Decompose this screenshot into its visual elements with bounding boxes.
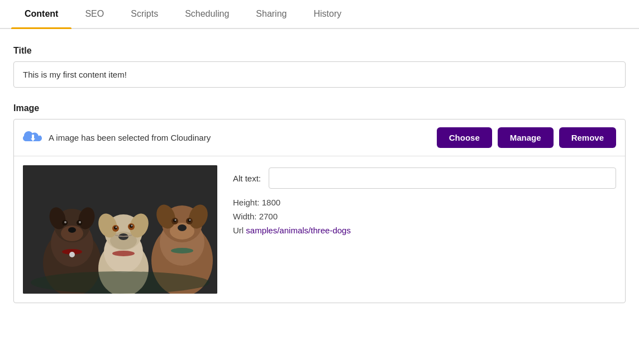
image-label: Image xyxy=(13,103,626,113)
manage-button[interactable]: Manage xyxy=(498,127,554,148)
svg-point-28 xyxy=(131,225,133,227)
tab-seo[interactable]: SEO xyxy=(71,0,117,28)
height-row: Height: 1800 xyxy=(233,198,616,207)
url-row: Url samples/animals/three-dogs xyxy=(233,226,616,235)
tab-history[interactable]: History xyxy=(300,0,355,28)
svg-point-42 xyxy=(189,219,191,221)
svg-point-14 xyxy=(68,227,76,233)
url-label: Url xyxy=(233,226,244,235)
title-input[interactable] xyxy=(13,61,626,88)
tab-content[interactable]: Content xyxy=(11,0,71,28)
svg-point-12 xyxy=(64,221,66,223)
image-action-buttons: Choose Manage Remove xyxy=(437,127,616,148)
alt-text-input[interactable] xyxy=(269,167,616,189)
svg-point-30 xyxy=(112,251,135,256)
cloudinary-message: A image has been selected from Cloudinar… xyxy=(49,133,211,142)
svg-point-44 xyxy=(171,248,193,253)
svg-point-45 xyxy=(31,271,209,294)
svg-point-16 xyxy=(69,252,75,257)
image-header-left: A image has been selected from Cloudinar… xyxy=(23,130,211,146)
svg-rect-2 xyxy=(29,142,37,144)
svg-point-27 xyxy=(116,227,117,228)
tab-bar: Content SEO Scripts Scheduling Sharing H… xyxy=(0,0,639,29)
tab-scripts[interactable]: Scripts xyxy=(117,0,171,28)
image-body: Alt text: Height: 1800 Width: 2700 Url s… xyxy=(14,156,625,303)
width-row: Width: 2700 xyxy=(233,212,616,221)
svg-point-41 xyxy=(175,219,177,221)
tab-sharing[interactable]: Sharing xyxy=(242,0,300,28)
image-details: Alt text: Height: 1800 Width: 2700 Url s… xyxy=(233,165,616,235)
alt-text-row: Alt text: xyxy=(233,167,616,189)
choose-button[interactable]: Choose xyxy=(437,127,492,148)
cloudinary-icon xyxy=(23,130,43,146)
image-header: A image has been selected from Cloudinar… xyxy=(14,119,625,156)
title-label: Title xyxy=(13,46,626,56)
svg-point-13 xyxy=(79,221,81,223)
main-content: Title Image xyxy=(0,29,639,320)
image-box: A image has been selected from Cloudinar… xyxy=(13,119,626,303)
remove-button[interactable]: Remove xyxy=(559,127,616,148)
dog-image xyxy=(23,165,217,294)
tab-scheduling[interactable]: Scheduling xyxy=(171,0,242,28)
svg-point-43 xyxy=(178,224,187,231)
url-link[interactable]: samples/animals/three-dogs xyxy=(246,226,351,235)
image-section: Image A imag xyxy=(13,103,626,303)
alt-text-label: Alt text: xyxy=(233,174,261,183)
